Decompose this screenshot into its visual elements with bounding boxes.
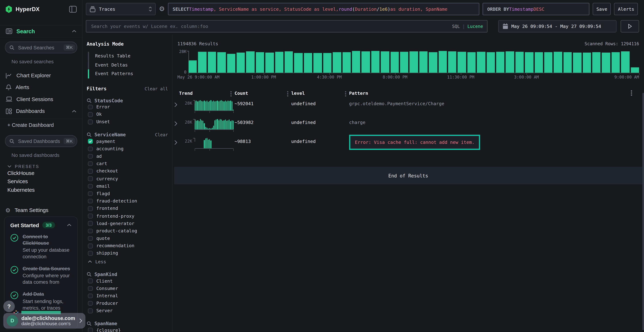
filter-option-unset[interactable]: Unset (86, 118, 168, 126)
filter-option-ok[interactable]: Ok (86, 111, 168, 118)
filter-option-error[interactable]: Error (86, 103, 168, 111)
filter-option-cart[interactable]: cart (86, 160, 168, 168)
filter-option-load-generator[interactable]: load-generator (86, 220, 168, 227)
event-search-input[interactable]: SQL | Lucene (86, 20, 488, 32)
checkbox[interactable] (88, 214, 92, 218)
checkbox[interactable] (88, 199, 92, 204)
highlighted-error-pattern[interactable]: Error: Visa cache full: cannot add new i… (349, 135, 480, 150)
row-expand-chevron-icon[interactable] (174, 119, 183, 133)
checkbox[interactable] (88, 139, 92, 144)
filter-option-client[interactable]: Client (86, 277, 168, 285)
checkbox[interactable] (88, 169, 92, 174)
filter-option-frontend-proxy[interactable]: frontend-proxy (86, 212, 168, 220)
row-expand-chevron-icon[interactable] (174, 138, 183, 161)
analysis-mode-event-patterns[interactable]: Event Patterns (88, 70, 168, 78)
scrollbar[interactable] (642, 93, 644, 330)
checkbox[interactable] (88, 105, 92, 109)
show-less-button[interactable]: Less (86, 258, 168, 265)
chevron-up-icon[interactable] (72, 30, 76, 32)
filter-option-flagd[interactable]: flagd (86, 190, 168, 198)
get-started-item-create-data-sources[interactable]: Create Data SourcesConfigure where your … (10, 266, 72, 286)
filter-option-currency[interactable]: currency (86, 175, 168, 182)
saved-dashboards-input[interactable]: ⌘K (5, 135, 77, 147)
sql-orderby-editor[interactable]: ORDER BY Timestamp DESC (483, 3, 590, 15)
filter-option-frontend[interactable]: frontend (86, 205, 168, 212)
filter-option-quote[interactable]: quote (86, 235, 168, 242)
checkbox[interactable] (88, 294, 92, 298)
preset-link-services[interactable]: Services (0, 177, 82, 186)
date-range-picker[interactable]: May 26 09:09:54 - May 27 09:09:54 (498, 20, 616, 32)
sidebar-item-alerts[interactable]: Alerts (0, 82, 82, 94)
row-expand-chevron-icon[interactable] (174, 100, 183, 114)
checkbox[interactable] (88, 176, 92, 181)
checkbox[interactable] (88, 221, 92, 226)
checkbox[interactable] (88, 244, 92, 248)
filter-option-email[interactable]: email (86, 182, 168, 190)
checkbox[interactable] (88, 154, 92, 158)
column-header-pattern[interactable]: Pattern (349, 91, 631, 96)
filter-option-fraud-detection[interactable]: fraud-detection (86, 197, 168, 205)
column-header-level[interactable]: level (291, 91, 349, 96)
language-toggle-sql[interactable]: SQL (452, 24, 460, 29)
results-histogram[interactable]: 28K 0 May 26 9:00:00 AM1:00:00 PM4:30:00… (174, 50, 639, 79)
event-search-field[interactable] (90, 23, 452, 29)
checkbox[interactable] (88, 206, 92, 211)
column-separator-icon[interactable] (230, 91, 232, 97)
language-toggle-lucene[interactable]: Lucene (468, 24, 483, 29)
filter-option-accounting[interactable]: accounting (86, 145, 168, 152)
get-started-item-add-data[interactable]: Add DataStart sending logs, metrics, or … (10, 291, 72, 312)
filter-option-ad[interactable]: ad (86, 152, 168, 160)
saved-dashboards-field[interactable] (17, 138, 61, 144)
checkbox[interactable] (88, 191, 92, 196)
checkbox[interactable] (88, 308, 92, 313)
checkbox[interactable] (88, 301, 92, 306)
filter-option-checkout[interactable]: checkout (86, 168, 168, 175)
preset-link-clickhouse[interactable]: ClickHouse (0, 169, 82, 177)
checkbox[interactable] (88, 251, 92, 256)
sidebar-item-chart-explorer[interactable]: Chart Explorer (0, 70, 82, 82)
sidebar-item-dashboards[interactable]: Dashboards (0, 105, 82, 117)
search-icon[interactable] (86, 272, 92, 277)
filter-option-product-catalog[interactable]: product-catalog (86, 227, 168, 235)
checkbox[interactable] (88, 286, 92, 291)
saved-searches-field[interactable] (17, 44, 61, 51)
checkbox[interactable] (88, 184, 92, 188)
column-separator-icon[interactable] (287, 91, 288, 97)
source-settings-gear-icon[interactable]: ⚙ (159, 6, 165, 12)
clear-filter-button[interactable]: Clear (155, 132, 168, 137)
clear-all-filters-button[interactable]: Clear all (144, 86, 168, 91)
filter-option-server[interactable]: Server (86, 307, 168, 315)
presets-toggle[interactable]: PRESETS (0, 164, 82, 169)
column-header-count[interactable]: Count (234, 91, 291, 96)
column-separator-icon[interactable] (345, 91, 346, 97)
table-row[interactable]: 28K~592041undefinedgrpc.oteldemo.Payment… (174, 100, 639, 114)
sql-select-editor[interactable]: SELECT Timestamp, ServiceName as service… (168, 3, 480, 15)
run-query-button[interactable] (620, 20, 639, 32)
search-icon[interactable] (86, 132, 92, 137)
alerts-button[interactable]: Alerts (614, 3, 638, 15)
filter-option-consumer[interactable]: Consumer (86, 285, 168, 292)
filter-option-shipping[interactable]: shipping (86, 250, 168, 257)
saved-searches-input[interactable]: ⌘K (5, 42, 77, 54)
analysis-mode-event-deltas[interactable]: Event Deltas (88, 61, 168, 70)
source-select[interactable]: Traces (86, 3, 156, 15)
get-started-item-connect-to-clickhouse[interactable]: Connect to ClickHouseSet up your databas… (10, 234, 72, 260)
save-button[interactable]: Save (593, 3, 611, 15)
table-row[interactable]: 28K~503982undefinedcharge (174, 119, 639, 133)
sidebar-item-team-settings[interactable]: ⚙ Team Settings (0, 204, 82, 216)
checkbox[interactable] (88, 146, 92, 151)
filter-option-internal[interactable]: Internal (86, 292, 168, 300)
chevron-up-icon[interactable] (72, 110, 76, 112)
checkbox[interactable] (88, 112, 92, 117)
filter-option-recommendation[interactable]: recommendation (86, 242, 168, 250)
column-header-trend[interactable]: Trend (174, 91, 234, 96)
filter-option-producer[interactable]: Producer (86, 300, 168, 307)
user-menu[interactable]: D dale@clickhouse.com dale@clickhouse.co… (3, 313, 85, 328)
analysis-mode-results-table[interactable]: Results Table (88, 52, 168, 60)
checkbox[interactable] (88, 120, 92, 124)
preset-link-kubernetes[interactable]: Kubernetes (0, 186, 82, 194)
checkbox[interactable] (88, 279, 92, 283)
filter-option-closure[interactable]: {closure} (86, 326, 168, 332)
help-button[interactable]: ? (3, 301, 15, 312)
sidebar-item-search[interactable]: Search (0, 25, 82, 38)
